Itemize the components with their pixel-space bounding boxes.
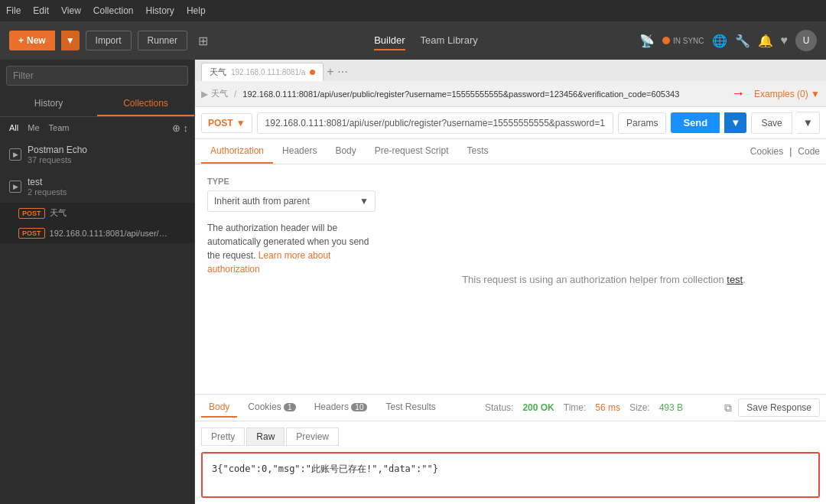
tab-body[interactable]: Body <box>326 139 365 164</box>
time-value: 56 ms <box>595 402 620 413</box>
collection-test[interactable]: ▶ test 2 requests <box>0 171 194 203</box>
save-response-button[interactable]: Save Response <box>738 398 820 417</box>
tab-history[interactable]: History <box>0 92 97 116</box>
add-tab-button[interactable]: + <box>327 65 333 79</box>
filter-me[interactable]: Me <box>24 122 42 134</box>
collection-link[interactable]: test <box>727 274 743 285</box>
body-tab-pretty[interactable]: Pretty <box>201 428 245 446</box>
toolbar-extra-icon[interactable]: ⊞ <box>193 31 213 51</box>
cookies-link[interactable]: Cookies <box>750 146 783 157</box>
filter-all[interactable]: All <box>6 122 21 134</box>
request-tianqi[interactable]: POST 天气 <box>0 203 194 223</box>
menu-collection[interactable]: Collection <box>93 5 134 16</box>
url-separator: / <box>234 89 236 99</box>
body-tab-preview[interactable]: Preview <box>286 428 339 446</box>
response-tab-test-results[interactable]: Test Results <box>378 398 443 418</box>
send-button[interactable]: Send <box>671 112 720 133</box>
filter-team[interactable]: Team <box>46 122 73 134</box>
header-toolbar: + New ▼ Import Runner ⊞ Builder Team Lib… <box>0 21 826 60</box>
cookies-badge: 1 <box>284 403 296 411</box>
antenna-icon[interactable]: 📡 <box>639 34 655 48</box>
size-value: 493 B <box>659 402 683 413</box>
menu-file[interactable]: File <box>6 5 21 16</box>
auth-type-select[interactable]: Inherit auth from parent ▼ <box>207 190 376 212</box>
current-tab[interactable]: 天气 192.168.0.111:8081/a <box>201 63 324 81</box>
header-right: 📡 IN SYNC 🌐 🔧 🔔 ♥ U <box>639 30 817 51</box>
breadcrumb-arrow: ▶ <box>201 89 208 99</box>
response-body-tabs: Pretty Raw Preview <box>201 428 820 446</box>
globe-icon[interactable]: 🌐 <box>712 34 727 48</box>
tab-tests[interactable]: Tests <box>457 139 497 164</box>
runner-button[interactable]: Runner <box>138 31 187 50</box>
bell-icon[interactable]: 🔔 <box>758 34 773 48</box>
tab-authorization[interactable]: Authorization <box>201 139 273 164</box>
menu-edit[interactable]: Edit <box>33 5 49 16</box>
tab-collections[interactable]: Collections <box>97 92 194 116</box>
params-button[interactable]: Params <box>618 112 666 134</box>
collection-postman-echo[interactable]: ▶ Postman Echo 37 requests <box>0 138 194 171</box>
response-tabs-row: Body Cookies 1 Headers 10 Test Results S… <box>195 395 826 421</box>
tab-pre-request[interactable]: Pre-request Script <box>366 139 458 164</box>
more-tabs-button[interactable]: ⋯ <box>337 66 348 78</box>
code-link[interactable]: Code <box>798 146 820 157</box>
sidebar: History Collections All Me Team ⊕ ↕ ▶ Po… <box>0 60 195 504</box>
search-input[interactable] <box>6 66 188 86</box>
new-button[interactable]: + New <box>9 31 55 50</box>
sidebar-action-icons: ⊕ ↕ <box>172 122 189 134</box>
response-status-row: Status: 200 OK Time: 56 ms Size: 493 B <box>485 402 683 413</box>
sync-dot <box>662 37 670 44</box>
auth-type-label: TYPE <box>207 177 376 186</box>
response-tab-headers[interactable]: Headers 10 <box>307 398 376 418</box>
menu-bar: File Edit View Collection History Help <box>0 0 826 21</box>
status-label: Status: <box>485 402 513 413</box>
new-collection-icon[interactable]: ⊕ <box>172 122 180 134</box>
tab-headers[interactable]: Headers <box>273 139 326 164</box>
method-select[interactable]: POST ▼ <box>201 113 252 133</box>
body-tab-raw[interactable]: Raw <box>246 428 285 446</box>
collection-info-2: test 2 requests <box>28 177 67 197</box>
sort-icon[interactable]: ↕ <box>184 122 189 134</box>
status-value: 200 OK <box>522 402 554 413</box>
sidebar-tabs: History Collections <box>0 92 194 117</box>
response-tab-body[interactable]: Body <box>201 398 237 418</box>
save-button[interactable]: Save <box>751 112 792 134</box>
menu-history[interactable]: History <box>146 5 174 16</box>
red-arrow-icon: → <box>731 86 745 102</box>
avatar[interactable]: U <box>795 30 817 51</box>
response-tab-cookies[interactable]: Cookies 1 <box>240 398 303 418</box>
settings-icon[interactable]: 🔧 <box>735 34 750 48</box>
save-dropdown[interactable]: ▼ <box>797 112 820 134</box>
auth-right: This request is using an authorization h… <box>394 177 814 382</box>
url-breadcrumb: 天气 <box>211 88 228 99</box>
main-layout: History Collections All Me Team ⊕ ↕ ▶ Po… <box>0 60 826 504</box>
nav-tabs: Authorization Headers Body Pre-request S… <box>195 139 826 164</box>
send-dropdown[interactable]: ▼ <box>724 112 746 133</box>
time-label: Time: <box>564 402 587 413</box>
menu-view[interactable]: View <box>61 5 81 16</box>
sidebar-search-area <box>0 60 194 92</box>
import-button[interactable]: Import <box>86 31 132 50</box>
response-content: 3{"code":0,"msg":"此账号已存在!","data":""} <box>201 452 820 498</box>
headers-badge: 10 <box>351 403 367 411</box>
auth-chevron: ▼ <box>359 196 369 206</box>
copy-button[interactable]: ⧉ <box>724 402 732 415</box>
folder-icon-2: ▶ <box>9 180 21 193</box>
tab-row: 天气 192.168.0.111:8081/a + ⋯ <box>195 60 826 81</box>
tab-team-library[interactable]: Team Library <box>421 31 478 50</box>
request-bar: POST ▼ Params Send ▼ Save ▼ <box>195 107 826 139</box>
response-actions: ⧉ Save Response <box>724 398 820 417</box>
new-button-arrow[interactable]: ▼ <box>61 31 80 50</box>
folder-icon: ▶ <box>9 148 21 161</box>
right-content: 天气 192.168.0.111:8081/a + ⋯ ▶ 天气 / 192.1… <box>195 60 826 504</box>
header-tabs: Builder Team Library <box>219 31 633 50</box>
heart-icon[interactable]: ♥ <box>781 34 789 47</box>
auth-helper-text: This request is using an authorization h… <box>462 274 746 285</box>
url-input[interactable] <box>257 112 614 134</box>
url-full-text: 192.168.0.111:8081/api/user/public/regis… <box>242 89 722 99</box>
menu-help[interactable]: Help <box>187 5 206 16</box>
tab-builder[interactable]: Builder <box>374 31 405 50</box>
examples-link[interactable]: Examples (0) ▼ <box>754 89 820 99</box>
request-register[interactable]: POST 192.168.0.111:8081/api/user/public/… <box>0 223 194 243</box>
url-bar-area: 天气 192.168.0.111:8081/a + ⋯ ▶ 天气 / 192.1… <box>195 60 826 107</box>
nav-tab-right: Cookies | Code <box>750 146 820 157</box>
